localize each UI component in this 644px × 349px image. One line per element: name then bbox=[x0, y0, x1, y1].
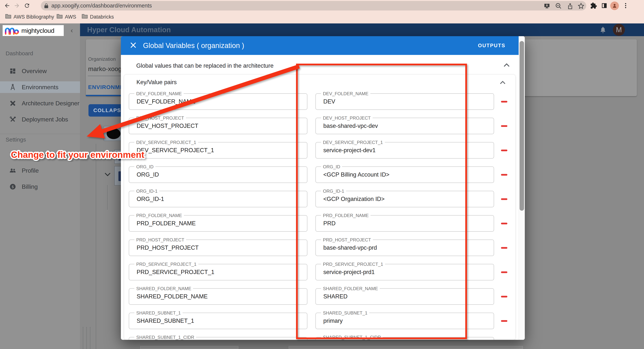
close-icon[interactable] bbox=[130, 42, 138, 50]
diagram-node bbox=[104, 126, 122, 141]
share-icon[interactable] bbox=[566, 2, 574, 10]
extensions-puzzle-icon[interactable] bbox=[590, 2, 597, 9]
tab-environments[interactable]: ENVIRONME bbox=[88, 84, 124, 90]
key-field[interactable]: SHARED_SUBNET_1_CIDR SHARED_SUBNET_1_CID… bbox=[129, 337, 308, 340]
key-field[interactable]: ORG_ID ORG_ID bbox=[129, 166, 308, 183]
organization-select-value[interactable]: marko-xoog bbox=[88, 65, 122, 72]
dollar-circle-icon: $ bbox=[9, 183, 16, 190]
remove-pair-minus-icon[interactable] bbox=[501, 272, 507, 273]
bookmark-aws-bibliography[interactable]: AWS Bibliography bbox=[5, 14, 54, 20]
diagram-connector-line bbox=[107, 185, 108, 210]
scrollbar-thumb[interactable] bbox=[520, 41, 524, 211]
brand-logo: mightycloud bbox=[2, 25, 64, 36]
key-field-value: DEV_FOLDER_NAME bbox=[137, 94, 196, 110]
background-card-edge bbox=[140, 346, 238, 349]
sidebar-item-profile[interactable]: Profile bbox=[0, 165, 80, 176]
chevron-up-icon[interactable] bbox=[500, 80, 506, 85]
sidebar-item-architecture-designer[interactable]: Architecture Designer bbox=[0, 98, 80, 109]
value-field-value: base-shared-vpc-dev bbox=[323, 118, 378, 134]
key-field-value: PRD_FOLDER_NAME bbox=[137, 216, 196, 231]
key-field[interactable]: PRD_FOLDER_NAME PRD_FOLDER_NAME bbox=[129, 215, 308, 232]
bookmark-star-icon[interactable] bbox=[577, 2, 585, 10]
bookmark-databricks[interactable]: Databricks bbox=[82, 14, 114, 20]
value-field[interactable]: PRD_FOLDER_NAME PRD bbox=[316, 215, 494, 232]
value-field-value: primary bbox=[323, 313, 342, 329]
value-field[interactable]: SHARED_SUBNET_1 primary bbox=[316, 313, 494, 329]
sidebar-divider bbox=[0, 134, 80, 134]
value-field[interactable]: ORG_ID <GCP Billing Account ID> bbox=[316, 166, 494, 183]
key-field[interactable]: SHARED_SUBNET_1 SHARED_SUBNET_1 bbox=[129, 313, 308, 329]
sidebar-item-label: Environments bbox=[22, 84, 58, 91]
remove-pair-minus-icon[interactable] bbox=[501, 125, 507, 127]
zoom-out-icon[interactable] bbox=[555, 2, 562, 10]
sidebar-collapse-chevron[interactable]: ‹ bbox=[67, 26, 76, 35]
value-field[interactable]: DEV_SERVICE_PROJECT_1 service-project-de… bbox=[316, 142, 494, 158]
url-text[interactable]: app.xoogify.com/dashboard/environments bbox=[51, 1, 152, 10]
notifications-bell-icon[interactable] bbox=[599, 26, 607, 34]
value-field[interactable]: PRD_SERVICE_PROJECT_1 service-project-pr… bbox=[316, 264, 494, 280]
folder-icon bbox=[56, 14, 62, 20]
value-field[interactable]: SHARED_FOLDER_NAME SHARED bbox=[316, 288, 494, 305]
browser-menu-kebab-icon[interactable] bbox=[622, 2, 630, 9]
bookmark-label: AWS bbox=[65, 14, 76, 20]
value-field-value: DEV bbox=[323, 94, 335, 110]
sidebar-item-label: Profile bbox=[22, 167, 39, 174]
organization-select-underline bbox=[88, 76, 121, 76]
value-field-label: SHARED_SUBNET_1_CIDR bbox=[321, 335, 383, 340]
compass-icon bbox=[9, 84, 16, 91]
dialog-scrollbar bbox=[518, 36, 525, 340]
diagram-connector-line bbox=[83, 327, 83, 349]
remove-pair-minus-icon[interactable] bbox=[501, 247, 507, 249]
key-field[interactable]: DEV_FOLDER_NAME DEV_FOLDER_NAME bbox=[129, 93, 308, 110]
remove-pair-minus-icon[interactable] bbox=[501, 150, 507, 151]
key-field[interactable]: DEV_HOST_PROJECT DEV_HOST_PROJECT bbox=[129, 118, 308, 134]
sidebar-section-dashboard: Dashboard bbox=[6, 50, 33, 56]
user-avatar[interactable]: M bbox=[613, 24, 625, 36]
value-field-value: base-shared-vpc-prd bbox=[323, 240, 377, 256]
value-field[interactable]: DEV_FOLDER_NAME DEV bbox=[316, 93, 494, 110]
collapse-button[interactable]: COLLAPS bbox=[88, 104, 124, 116]
remove-pair-minus-icon[interactable] bbox=[501, 320, 507, 322]
back-icon[interactable] bbox=[3, 2, 11, 9]
remove-pair-minus-icon[interactable] bbox=[501, 174, 507, 176]
key-value-row: ORG_ID ORG_ID ORG_ID <GCP Billing Accoun… bbox=[121, 166, 518, 183]
remove-pair-minus-icon[interactable] bbox=[501, 101, 507, 102]
value-field-value: <GCP Billing Account ID> bbox=[323, 167, 390, 182]
remove-pair-minus-icon[interactable] bbox=[501, 223, 507, 224]
value-field[interactable]: DEV_HOST_PROJECT base-shared-vpc-dev bbox=[316, 118, 494, 134]
key-field[interactable]: DEV_SERVICE_PROJECT_1 DEV_SERVICE_PROJEC… bbox=[129, 142, 308, 158]
chevron-down-icon[interactable] bbox=[104, 172, 111, 178]
sidebar-section-settings: Settings bbox=[6, 136, 26, 143]
sidebar-item-overview[interactable]: Overview bbox=[0, 65, 80, 77]
install-icon[interactable] bbox=[543, 2, 551, 10]
key-field[interactable]: PRD_HOST_PROJECT PRD_HOST_PROJECT bbox=[129, 240, 308, 256]
key-value-row: PRD_HOST_PROJECT PRD_HOST_PROJECT PRD_HO… bbox=[121, 240, 518, 256]
outputs-button[interactable]: OUTPUTS bbox=[478, 36, 506, 55]
avatar-initial: M bbox=[616, 26, 622, 34]
chevron-up-icon[interactable] bbox=[503, 63, 510, 68]
remove-pair-minus-icon[interactable] bbox=[501, 198, 507, 200]
diagram-connector-line bbox=[86, 327, 87, 349]
bookmark-aws[interactable]: AWS bbox=[56, 14, 76, 20]
remove-pair-minus-icon[interactable] bbox=[501, 296, 507, 298]
forward-icon[interactable] bbox=[13, 2, 20, 9]
side-panel-icon[interactable] bbox=[600, 2, 608, 9]
reload-icon[interactable] bbox=[23, 2, 31, 9]
browser-profile-avatar[interactable] bbox=[610, 2, 619, 10]
sidebar-item-billing[interactable]: $ Billing bbox=[0, 181, 80, 192]
key-field[interactable]: ORG_ID-1 ORG_ID-1 bbox=[129, 191, 308, 207]
value-field[interactable]: ORG_ID-1 <GCP Organization ID> bbox=[316, 191, 494, 207]
value-field[interactable]: SHARED_SUBNET_1_CIDR bbox=[316, 337, 494, 340]
sidebar-item-environments[interactable]: Environments bbox=[0, 81, 80, 93]
key-field[interactable]: SHARED_FOLDER_NAME SHARED_FOLDER_NAME bbox=[129, 288, 308, 305]
key-value-row: DEV_HOST_PROJECT DEV_HOST_PROJECT DEV_HO… bbox=[121, 118, 518, 134]
key-field[interactable]: PRD_SERVICE_PROJECT_1 PRD_SERVICE_PROJEC… bbox=[129, 264, 308, 280]
design-tools-icon bbox=[9, 100, 16, 107]
key-value-row: ORG_ID-1 ORG_ID-1 ORG_ID-1 <GCP Organiza… bbox=[121, 191, 518, 207]
folder-icon bbox=[5, 14, 11, 20]
value-field[interactable]: PRD_HOST_PROJECT base-shared-vpc-prd bbox=[316, 240, 494, 256]
sidebar-item-organization[interactable]: Organization bbox=[0, 149, 80, 160]
dashboard-grid-icon bbox=[9, 67, 16, 75]
bookmark-label: AWS Bibliography bbox=[14, 14, 54, 20]
sidebar-item-deployment-jobs[interactable]: Deployment Jobs bbox=[0, 114, 80, 125]
